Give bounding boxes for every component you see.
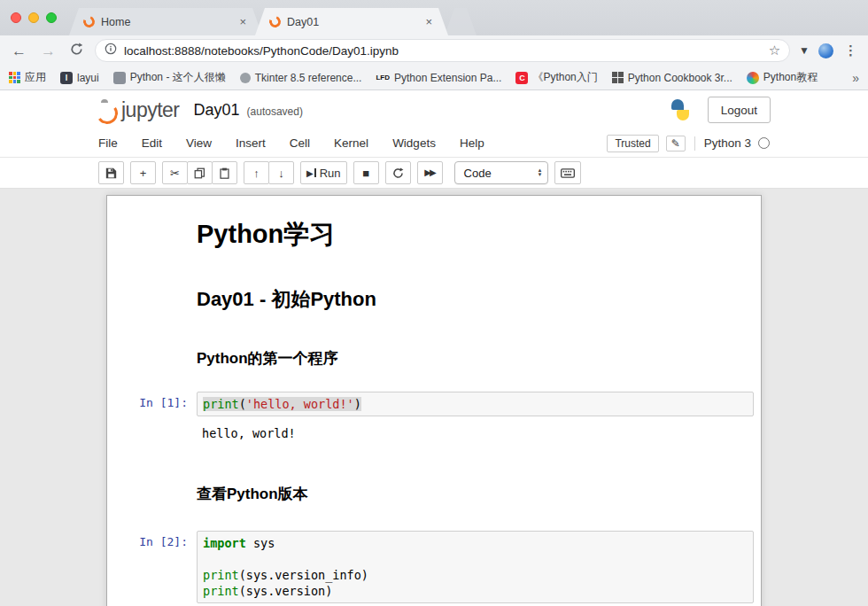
c-biancheng-favicon-icon: C (515, 72, 528, 84)
extension-globe-icon[interactable] (818, 43, 833, 58)
jupyter-favicon-icon (267, 14, 283, 29)
cut-cell-button[interactable]: ✂ (162, 161, 188, 184)
notebook-scroll-area[interactable]: Python学习 Day01 - 初始Python Python的第一个程序 I… (0, 189, 868, 606)
cell-type-value: Code (464, 167, 492, 180)
move-cell-up-button[interactable]: ↑ (244, 161, 269, 184)
bookmark-label: layui (77, 72, 99, 84)
menu-edit[interactable]: Edit (142, 136, 162, 150)
window-zoom-button[interactable] (46, 12, 57, 23)
output-prompt (114, 422, 197, 445)
tab-home[interactable]: Home × (69, 8, 262, 35)
heading-3: 查看Python版本 (197, 484, 750, 504)
bookmark-python-tutorial[interactable]: Python教程 (747, 70, 818, 85)
python-logo-icon (669, 98, 692, 121)
selected-text: print('hello, world!') (203, 397, 361, 411)
bookmark-label: Tkinter 8.5 reference... (255, 72, 362, 84)
bookmark-label: Python Cookbook 3r... (628, 72, 732, 84)
markdown-cell-version[interactable]: 查看Python版本 (111, 457, 757, 513)
menu-file[interactable]: File (98, 136, 118, 150)
move-cell-down-button[interactable]: ↓ (268, 161, 294, 184)
floppy-icon (105, 167, 117, 179)
bookmark-star-icon[interactable]: ☆ (769, 43, 780, 58)
menu-insert[interactable]: Insert (236, 136, 266, 150)
markdown-cell-first-program[interactable]: Python的第一个程序 (111, 322, 757, 377)
interrupt-kernel-button[interactable]: ■ (353, 161, 379, 184)
command-palette-button[interactable] (554, 161, 581, 184)
reload-button[interactable] (67, 43, 86, 58)
url-text[interactable]: localhost:8888/notebooks/PythonCode/Day0… (124, 44, 762, 58)
bookmark-label: Python Extension Pa... (394, 72, 501, 84)
code-cell-1[interactable]: In [1]: print('hello, world!') (111, 392, 757, 416)
jupyter-logo-text: jupyter (121, 98, 180, 122)
bookmark-python-blog[interactable]: Python - 这个人很懒 (113, 70, 226, 85)
kernel-idle-icon (758, 137, 770, 149)
bookmarks-overflow-icon[interactable]: » (852, 71, 859, 85)
menu-kernel[interactable]: Kernel (334, 136, 368, 150)
jupyter-logo-icon (94, 97, 119, 122)
markdown-cell-day01[interactable]: Day01 - 初始Python (111, 261, 757, 322)
code-editor[interactable]: print('hello, world!') (197, 392, 754, 416)
keyboard-icon (561, 168, 575, 178)
restart-kernel-button[interactable] (385, 161, 411, 184)
menu-cell[interactable]: Cell (290, 136, 310, 150)
bookmark-cookbook[interactable]: Python Cookbook 3r... (612, 72, 732, 84)
browser-menu-icon[interactable]: ⋮ (842, 43, 859, 58)
jupyter-favicon-icon (81, 14, 97, 29)
code-editor[interactable]: import sys print(sys.version_info) print… (197, 531, 754, 603)
address-bar[interactable]: localhost:8888/notebooks/PythonCode/Day0… (95, 39, 790, 62)
forward-button[interactable]: → (38, 43, 58, 58)
menu-widgets[interactable]: Widgets (392, 136, 436, 150)
tab-day01[interactable]: Day01 × (255, 8, 448, 35)
window-minimize-button[interactable] (28, 12, 39, 23)
plus-icon: + (140, 167, 147, 179)
step-forward-icon: ▶ (306, 168, 316, 178)
back-button[interactable]: ← (9, 43, 29, 58)
cell-type-select[interactable]: Code ▲ ▼ (454, 161, 548, 184)
add-cell-button[interactable]: + (130, 161, 156, 184)
page-info-icon[interactable] (105, 43, 117, 58)
input-prompt: In [1]: (114, 392, 197, 416)
jupyter-logo[interactable]: jupyter (94, 97, 180, 122)
markdown-cell-title[interactable]: Python学习 (111, 203, 757, 261)
code-cell-2[interactable]: In [2]: import sys print(sys.version_inf… (111, 531, 757, 603)
menu-help[interactable]: Help (460, 136, 484, 150)
input-prompt: In [2]: (114, 531, 197, 603)
heading-2: Day01 - 初始Python (197, 286, 750, 313)
tab-strip: Home × Day01 × (69, 8, 477, 35)
tab-close-icon[interactable]: × (237, 15, 248, 28)
kernel-name[interactable]: Python 3 (704, 136, 751, 150)
window-close-button[interactable] (11, 12, 21, 23)
bookmark-label: Python - 这个人很懒 (130, 70, 226, 85)
scissors-icon: ✂ (170, 167, 180, 179)
logout-button[interactable]: Logout (708, 97, 771, 123)
bookmark-apps[interactable]: 应用 (9, 70, 46, 85)
menu-view[interactable]: View (186, 136, 212, 150)
notebook-title[interactable]: Day01 (194, 101, 240, 120)
restart-run-all-button[interactable]: ▶▶ (417, 161, 443, 184)
layui-favicon-icon: l (60, 72, 73, 84)
heading-3: Python的第一个程序 (197, 348, 750, 369)
bookmark-tkinter[interactable]: Tkinter 8.5 reference... (240, 72, 362, 84)
tab-close-icon[interactable]: × (423, 15, 434, 28)
output-text: hello, world! (202, 425, 748, 441)
bookmark-layui[interactable]: l layui (60, 72, 99, 84)
new-tab-button[interactable] (445, 8, 477, 35)
bookmarks-bar: 应用 l layui Python - 这个人很懒 Tkinter 8.5 re… (0, 66, 868, 90)
trusted-badge[interactable]: Trusted (607, 135, 658, 152)
copy-icon (194, 167, 205, 179)
fast-forward-icon: ▶▶ (424, 168, 434, 177)
paste-cell-button[interactable] (212, 161, 237, 184)
clipboard-icon (219, 167, 230, 179)
extension-download-icon[interactable]: ▼ (799, 44, 810, 57)
checkpoint-status: (autosaved) (247, 105, 303, 118)
bookmark-lfd[interactable]: LFD Python Extension Pa... (376, 72, 501, 84)
blog-favicon-icon (113, 72, 126, 84)
save-button[interactable] (98, 161, 124, 184)
tutorial-favicon-icon (747, 72, 759, 84)
code-text: print('hello, world!') (203, 396, 748, 412)
run-cell-button[interactable]: ▶ Run (300, 161, 347, 184)
edit-mode-pencil-icon: ✎ (666, 136, 686, 152)
bookmark-python-intro[interactable]: C 《Python入门 (515, 70, 597, 85)
copy-cell-button[interactable] (187, 161, 213, 184)
jupyter-menubar: File Edit View Insert Cell Kernel Widget… (0, 129, 868, 158)
